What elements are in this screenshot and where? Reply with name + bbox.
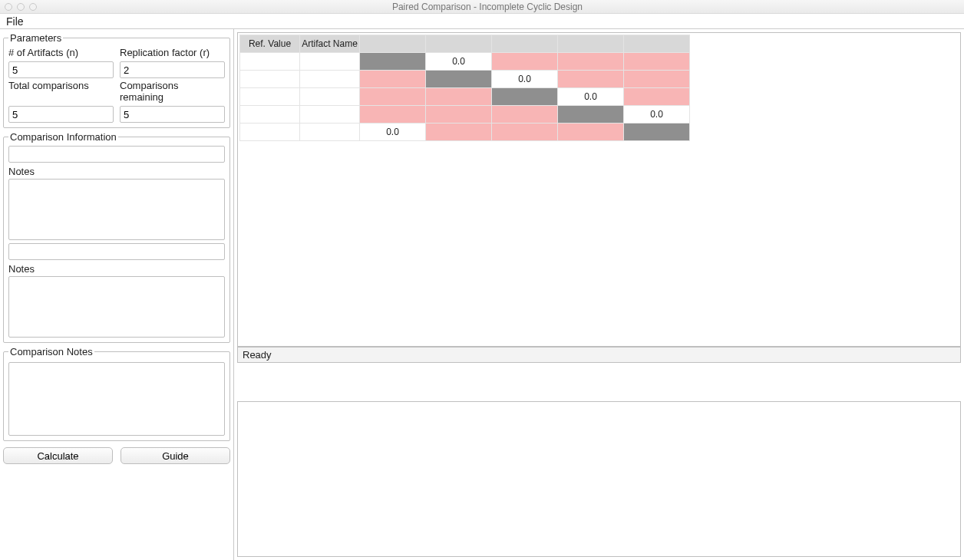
- ref-cell[interactable]: [240, 53, 300, 71]
- ref-cell[interactable]: [240, 71, 300, 88]
- replication-input[interactable]: [120, 61, 225, 78]
- matrix-cell-locked: [624, 71, 690, 88]
- comparison-notes-legend: Comparison Notes: [8, 346, 94, 357]
- matrix-cell-locked: [426, 88, 492, 106]
- matrix-cell-locked: [558, 53, 624, 71]
- matrix-cell-locked: [360, 88, 426, 106]
- matrix-cell-locked: [624, 53, 690, 71]
- matrix-cell-locked: [426, 124, 492, 141]
- name-cell[interactable]: [300, 71, 360, 88]
- matrix-row-4: 0.0: [240, 106, 690, 124]
- matrix-cell-diag: [360, 53, 426, 71]
- parameters-panel: Parameters # of Artifacts (n) Replicatio…: [3, 32, 230, 128]
- zoom-icon[interactable]: [29, 3, 37, 11]
- total-comparisons-input[interactable]: [8, 106, 114, 123]
- comparison-matrix: Ref. Value Artifact Name 0.0: [239, 35, 690, 141]
- calculate-button[interactable]: Calculate: [3, 447, 113, 464]
- remaining-comparisons-input[interactable]: [120, 106, 225, 123]
- matrix-cell[interactable]: 0.0: [426, 53, 492, 71]
- name-cell[interactable]: [300, 106, 360, 124]
- comparison-info-input[interactable]: [8, 146, 225, 163]
- replication-label: Replication factor (r): [120, 47, 225, 58]
- artifacts-input[interactable]: [8, 61, 114, 78]
- matrix-cell-locked: [492, 124, 558, 141]
- matrix-cell-locked: [360, 106, 426, 124]
- matrix-cell-locked: [492, 106, 558, 124]
- comparison-notes-box[interactable]: [8, 362, 225, 436]
- status-bar: Ready: [237, 347, 961, 363]
- name-cell[interactable]: [300, 88, 360, 106]
- notes-label-1: Notes: [8, 166, 225, 177]
- ref-cell[interactable]: [240, 106, 300, 124]
- matrix-row-2: 0.0: [240, 71, 690, 88]
- total-comparisons-label: Total comparisons: [8, 80, 114, 91]
- artifacts-label: # of Artifacts (n): [8, 47, 114, 58]
- matrix-cell-diag: [624, 124, 690, 141]
- parameters-legend: Parameters: [8, 32, 63, 44]
- output-pane: [237, 401, 961, 557]
- matrix-cell-locked: [624, 88, 690, 106]
- main-area: Ref. Value Artifact Name 0.0: [234, 29, 964, 560]
- header-col-3: [492, 35, 558, 53]
- header-artifact-name: Artifact Name: [300, 35, 360, 53]
- header-col-5: [624, 35, 690, 53]
- window-title: Paired Comparison - Incomplete Cyclic De…: [46, 2, 959, 12]
- matrix-row-3: 0.0: [240, 88, 690, 106]
- matrix-cell[interactable]: 0.0: [492, 71, 558, 88]
- header-col-2: [426, 35, 492, 53]
- matrix-cell-diag: [426, 71, 492, 88]
- close-icon[interactable]: [5, 3, 12, 11]
- comparison-info-legend: Comparison Information: [8, 131, 118, 143]
- comparison-info-panel: Comparison Information Notes Notes: [3, 131, 230, 343]
- notes-label-2: Notes: [8, 263, 225, 275]
- matrix-cell-diag: [558, 106, 624, 124]
- matrix-cell[interactable]: 0.0: [558, 88, 624, 106]
- matrix-cell-locked: [360, 71, 426, 88]
- window-controls: [5, 3, 37, 11]
- matrix-cell-locked: [558, 71, 624, 88]
- guide-button[interactable]: Guide: [121, 447, 230, 464]
- remaining-comparisons-label: Comparisons remaining: [120, 80, 225, 103]
- header-col-1: [360, 35, 426, 53]
- matrix-cell[interactable]: 0.0: [624, 106, 690, 124]
- matrix-pane: Ref. Value Artifact Name 0.0: [237, 32, 961, 347]
- comparison-notes-panel: Comparison Notes: [3, 346, 230, 441]
- matrix-cell-locked: [492, 53, 558, 71]
- menu-bar: File: [0, 14, 964, 29]
- notes-box-1[interactable]: [8, 179, 225, 240]
- menu-file[interactable]: File: [6, 15, 24, 28]
- matrix-cell[interactable]: 0.0: [360, 124, 426, 141]
- window-titlebar: Paired Comparison - Incomplete Cyclic De…: [0, 0, 964, 14]
- notes-box-2[interactable]: [8, 276, 225, 338]
- matrix-cell-locked: [426, 106, 492, 124]
- comparison-info-input-2[interactable]: [8, 243, 225, 260]
- name-cell[interactable]: [300, 53, 360, 71]
- minimize-icon[interactable]: [17, 3, 25, 11]
- spacer-pane: [234, 363, 964, 401]
- matrix-cell-locked: [558, 124, 624, 141]
- sidebar: Parameters # of Artifacts (n) Replicatio…: [0, 29, 234, 560]
- ref-cell[interactable]: [240, 124, 300, 141]
- matrix-row-5: 0.0: [240, 124, 690, 141]
- name-cell[interactable]: [300, 124, 360, 141]
- matrix-cell-diag: [492, 88, 558, 106]
- matrix-row-1: 0.0: [240, 53, 690, 71]
- matrix-header-row: Ref. Value Artifact Name: [240, 35, 690, 53]
- ref-cell[interactable]: [240, 88, 300, 106]
- header-col-4: [558, 35, 624, 53]
- header-ref-value: Ref. Value: [240, 35, 300, 53]
